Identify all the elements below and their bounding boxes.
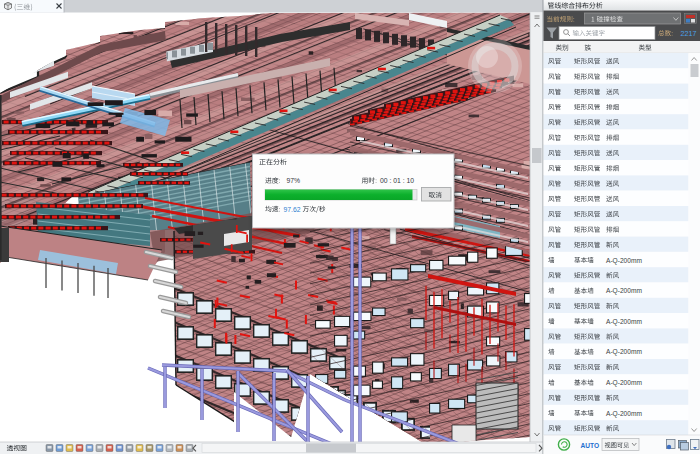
svg-text:AUTO: AUTO (581, 442, 600, 449)
svg-text:A-Q-200mm: A-Q-200mm (606, 379, 642, 387)
svg-text:A-Q-200mm: A-Q-200mm (606, 257, 642, 265)
svg-text:00 : 01 : 10: 00 : 01 : 10 (380, 177, 414, 184)
svg-text:A-Q-200mm: A-Q-200mm (606, 318, 642, 326)
svg-text:97%: 97% (287, 177, 301, 184)
svg-text:A-Q-200mm: A-Q-200mm (606, 348, 642, 356)
svg-text:A-Q-200mm: A-Q-200mm (606, 287, 642, 295)
svg-text:97.62: 97.62 (284, 206, 301, 213)
svg-text:A-Q-200mm: A-Q-200mm (606, 410, 642, 418)
svg-text:2217: 2217 (681, 29, 697, 38)
